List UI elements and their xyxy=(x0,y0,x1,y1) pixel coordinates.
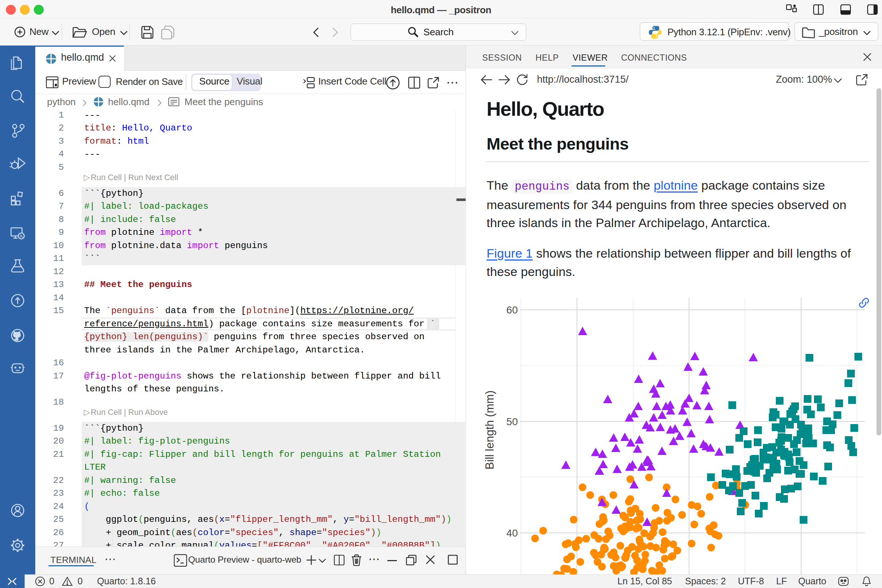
svg-text:40: 40 xyxy=(506,527,518,539)
svg-text:Bill length (mm): Bill length (mm) xyxy=(483,390,496,469)
svg-text:50: 50 xyxy=(506,416,518,428)
svg-text:60: 60 xyxy=(506,304,518,316)
